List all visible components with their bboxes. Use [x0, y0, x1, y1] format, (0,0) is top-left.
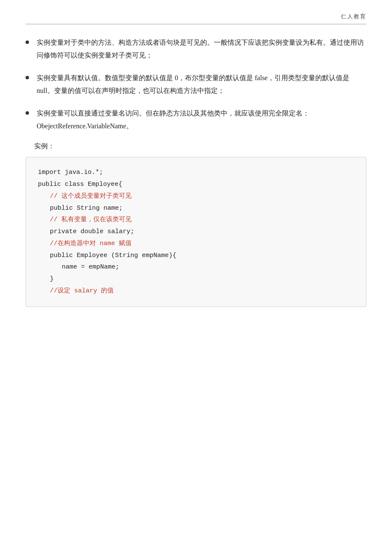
code-line-6: private double salary;: [38, 226, 354, 238]
code-line-8: public Employee (String empName){: [38, 250, 354, 262]
bullet-text-1: 实例变量对于类中的方法、构造方法或者语句块是可见的。一般情况下应该把实例变量设为…: [37, 36, 366, 62]
bullet-dot: [26, 40, 29, 44]
code-line-7: //在构造器中对 name 赋值: [38, 238, 354, 250]
bullet-dot: [26, 111, 29, 115]
header-title: 仁人教育: [341, 13, 366, 20]
code-line-10: }: [38, 273, 354, 285]
code-line-4: public String name;: [38, 202, 354, 214]
page: 仁人教育 实例变量对于类中的方法、构造方法或者语句块是可见的。一般情况下应该把实…: [0, 0, 392, 555]
list-item: 实例变量对于类中的方法、构造方法或者语句块是可见的。一般情况下应该把实例变量设为…: [26, 36, 366, 62]
code-line-11: //设定 salary 的值: [38, 285, 354, 297]
list-item: 实例变量具有默认值。数值型变量的默认值是 0，布尔型变量的默认值是 false，…: [26, 72, 366, 98]
bullet-text-3: 实例变量可以直接通过变量名访问。但在静态方法以及其他类中，就应该使用完全限定名：…: [37, 107, 366, 133]
code-block: import java.io.*; public class Employee{…: [26, 157, 366, 306]
code-line-3: // 这个成员变量对子类可见: [38, 191, 354, 202]
example-label: 实例：: [34, 142, 366, 151]
code-line-2: public class Employee{: [38, 179, 354, 191]
bullet-text-2: 实例变量具有默认值。数值型变量的默认值是 0，布尔型变量的默认值是 false，…: [37, 72, 366, 98]
code-line-9: name = empName;: [38, 261, 354, 273]
bullet-list: 实例变量对于类中的方法、构造方法或者语句块是可见的。一般情况下应该把实例变量设为…: [26, 36, 366, 133]
list-item: 实例变量可以直接通过变量名访问。但在静态方法以及其他类中，就应该使用完全限定名：…: [26, 107, 366, 133]
header: 仁人教育: [26, 13, 366, 24]
code-line-1: import java.io.*;: [38, 167, 354, 179]
bullet-dot: [26, 76, 29, 79]
code-line-5: // 私有变量，仅在该类可见: [38, 214, 354, 226]
